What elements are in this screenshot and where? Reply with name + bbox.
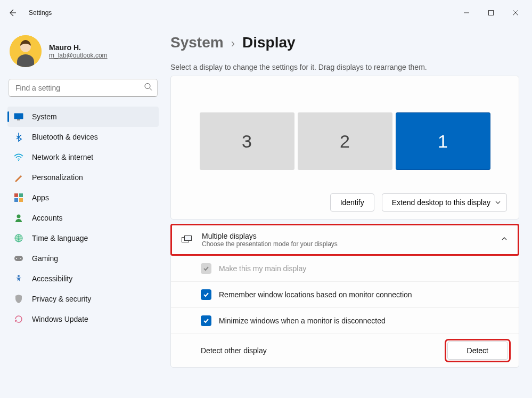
multiple-displays-icon — [182, 234, 192, 245]
row-detect-display: Detect other display Detect — [171, 334, 519, 367]
monitor-3[interactable]: 3 — [200, 112, 294, 170]
sidebar-item-label: Network & internet — [32, 153, 93, 161]
row-remember-locations[interactable]: Remember window locations based on monit… — [171, 281, 519, 307]
page-subtext: Select a display to change the settings … — [170, 63, 519, 71]
check-icon — [203, 291, 209, 298]
check-icon — [203, 265, 209, 272]
multiple-displays-subtitle: Choose the presentation mode for your di… — [202, 240, 491, 248]
extend-mode-dropdown[interactable]: Extend desktop to this display — [382, 193, 507, 212]
arrow-left-icon — [9, 9, 17, 17]
display-actions: Identify Extend desktop to this display — [183, 193, 507, 212]
breadcrumb-parent[interactable]: System — [170, 34, 224, 51]
profile-block[interactable]: Mauro H. m_lab@outlook.com — [7, 31, 159, 77]
sidebar: Mauro H. m_lab@outlook.com System Blueto… — [0, 26, 165, 398]
privacy-icon — [14, 294, 23, 304]
sidebar-item-privacy[interactable]: Privacy & security — [7, 289, 159, 309]
multiple-displays-card: Multiple displays Choose the presentatio… — [170, 224, 519, 368]
sidebar-item-system[interactable]: System — [7, 107, 159, 127]
main-display-checkbox — [201, 263, 211, 274]
remember-label: Remember window locations based on monit… — [219, 290, 412, 299]
svg-point-11 — [17, 215, 21, 218]
monitor-1[interactable]: 1 — [396, 112, 490, 170]
window-title: Settings — [29, 9, 52, 17]
svg-rect-4 — [14, 113, 23, 119]
svg-rect-10 — [19, 198, 23, 202]
svg-rect-7 — [14, 193, 18, 197]
time-language-icon — [14, 233, 23, 243]
svg-rect-13 — [14, 256, 23, 261]
sidebar-item-network[interactable]: Network & internet — [7, 147, 159, 167]
sidebar-item-accounts[interactable]: Accounts — [7, 208, 159, 228]
svg-rect-5 — [17, 119, 20, 120]
system-icon — [14, 112, 23, 121]
maximize-button[interactable] — [479, 4, 503, 21]
sidebar-item-label: Apps — [32, 193, 49, 202]
svg-rect-18 — [185, 236, 192, 241]
sidebar-item-bluetooth[interactable]: Bluetooth & devices — [7, 127, 159, 147]
page-title: Display — [242, 34, 296, 51]
sidebar-item-label: Time & language — [32, 234, 88, 242]
sidebar-item-label: Accessibility — [32, 274, 72, 283]
remember-checkbox[interactable] — [201, 289, 211, 300]
monitor-2[interactable]: 2 — [298, 112, 392, 170]
minimize-icon — [464, 10, 469, 15]
close-button[interactable] — [503, 4, 528, 21]
sidebar-item-label: System — [32, 112, 57, 121]
sidebar-item-label: Personalization — [32, 173, 83, 182]
back-button[interactable] — [4, 4, 21, 21]
check-icon — [203, 318, 209, 324]
identify-label: Identify — [340, 198, 364, 207]
detect-button[interactable]: Detect — [447, 342, 508, 360]
breadcrumb-separator: › — [231, 37, 235, 51]
search-input[interactable] — [9, 79, 158, 97]
sidebar-item-label: Gaming — [32, 254, 58, 263]
multiple-displays-title: Multiple displays — [202, 232, 491, 240]
sidebar-item-accessibility[interactable]: Accessibility — [7, 269, 159, 289]
minimize-button[interactable] — [454, 4, 479, 21]
titlebar: Settings — [0, 0, 532, 26]
search-box — [9, 79, 158, 97]
svg-rect-9 — [14, 198, 18, 202]
detect-button-label: Detect — [467, 346, 488, 355]
sidebar-item-personalization[interactable]: Personalization — [7, 167, 159, 188]
accounts-icon — [14, 213, 23, 223]
sidebar-item-gaming[interactable]: Gaming — [7, 248, 159, 269]
windows-update-icon — [14, 314, 23, 324]
avatar — [10, 35, 42, 67]
close-icon — [513, 10, 518, 15]
main-content: System › Display Select a display to cha… — [165, 26, 532, 398]
detect-label: Detect other display — [201, 346, 267, 355]
monitor-arrangement[interactable]: 3 2 1 — [183, 112, 507, 170]
sidebar-item-label: Windows Update — [32, 315, 88, 323]
detect-highlight: Detect — [447, 342, 508, 360]
svg-point-6 — [18, 160, 19, 161]
bluetooth-icon — [14, 132, 23, 142]
search-icon — [144, 83, 152, 93]
sidebar-item-time-language[interactable]: Time & language — [7, 228, 159, 248]
profile-email: m_lab@outlook.com — [49, 52, 108, 59]
chevron-down-icon — [495, 199, 501, 206]
sidebar-item-label: Privacy & security — [32, 295, 91, 303]
personalization-icon — [14, 173, 23, 182]
svg-rect-0 — [489, 11, 494, 15]
nav-list: System Bluetooth & devices Network & int… — [7, 107, 159, 329]
row-minimize-windows[interactable]: Minimize windows when a monitor is disco… — [171, 307, 519, 334]
minimize-checkbox[interactable] — [201, 315, 211, 326]
sidebar-item-windows-update[interactable]: Windows Update — [7, 309, 159, 329]
maximize-icon — [488, 10, 494, 15]
row-main-display: Make this my main display — [171, 255, 519, 281]
chevron-up-icon — [501, 235, 508, 245]
profile-name: Mauro H. — [49, 43, 108, 52]
svg-point-14 — [16, 258, 17, 259]
svg-rect-8 — [19, 193, 23, 197]
extend-label: Extend desktop to this display — [392, 198, 490, 207]
svg-point-16 — [18, 275, 20, 277]
multiple-displays-header[interactable]: Multiple displays Choose the presentatio… — [171, 224, 519, 255]
window-controls — [454, 4, 528, 21]
sidebar-item-label: Bluetooth & devices — [32, 133, 98, 141]
apps-icon — [14, 193, 23, 202]
main-display-label: Make this my main display — [219, 264, 306, 273]
identify-button[interactable]: Identify — [330, 193, 374, 212]
sidebar-item-apps[interactable]: Apps — [7, 188, 159, 208]
display-arrangement-panel: 3 2 1 Identify Extend desktop to this di… — [170, 76, 519, 220]
